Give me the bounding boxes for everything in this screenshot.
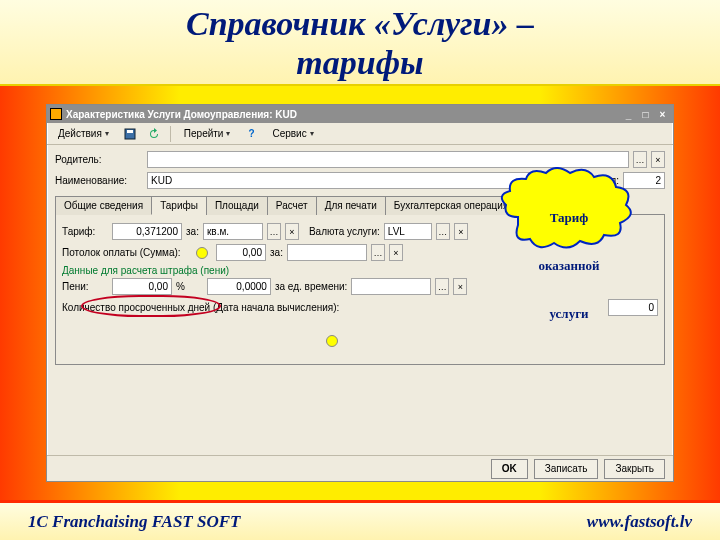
slide-title-line2: тарифы — [0, 43, 720, 82]
help-icon: ? — [248, 128, 254, 139]
currency-clear[interactable]: × — [454, 223, 468, 240]
tariff-label: Тариф: — [62, 226, 108, 237]
refresh-icon — [148, 128, 160, 140]
service-menu[interactable]: Сервис ▾ — [265, 125, 320, 143]
go-menu[interactable]: Перейти ▾ — [177, 125, 238, 143]
toolbar-refresh-icon[interactable] — [144, 125, 164, 143]
callout-tariff: Тариф оказанной услуги — [504, 175, 634, 322]
percent-sign: % — [176, 281, 185, 292]
peni-timeunit-lookup[interactable]: … — [435, 278, 449, 295]
ceiling-unit-field[interactable] — [287, 244, 367, 261]
peni-percent-field[interactable] — [112, 278, 172, 295]
annotation-dot — [326, 335, 338, 347]
peni-amount-field[interactable] — [207, 278, 271, 295]
tariff-unit-lookup[interactable]: … — [267, 223, 281, 240]
ceiling-marker-icon — [196, 247, 208, 259]
parent-lookup-button[interactable]: … — [633, 151, 647, 168]
app-window: Характеристика Услуги Домоуправления: KU… — [46, 104, 674, 482]
slide-footer: 1C Franchaising FAST SOFT www.fastsoft.l… — [0, 500, 720, 540]
tariff-field[interactable] — [112, 223, 182, 240]
save-button[interactable]: Записать — [534, 459, 599, 479]
peni-label: Пени: — [62, 281, 108, 292]
peni-timeunit-clear[interactable]: × — [453, 278, 467, 295]
footer-right: www.fastsoft.lv — [587, 512, 692, 532]
close-button[interactable]: × — [655, 108, 670, 121]
tariff-per-label: за: — [186, 226, 199, 237]
ceiling-per-label: за: — [270, 247, 283, 258]
highlight-oval — [81, 295, 221, 317]
minimize-button[interactable]: _ — [621, 108, 636, 121]
tab-tariffs[interactable]: Тарифы — [151, 196, 207, 215]
tab-calc[interactable]: Расчет — [267, 196, 317, 215]
tariff-unit-clear[interactable]: × — [285, 223, 299, 240]
currency-lookup[interactable]: … — [436, 223, 450, 240]
toolbar-help-icon[interactable]: ? — [241, 125, 261, 143]
ceiling-label: Потолок оплаты (Сумма): — [62, 247, 192, 258]
slide-title-line1: Справочник «Услуги» – — [0, 4, 720, 43]
save-icon — [124, 128, 136, 140]
form-body: Родитель: … × Наименование: Код: Общие с… — [47, 145, 673, 369]
close-window-button[interactable]: Закрыть — [604, 459, 665, 479]
chevron-down-icon: ▾ — [310, 129, 314, 138]
parent-field[interactable] — [147, 151, 629, 168]
titlebar: Характеристика Услуги Домоуправления: KU… — [47, 105, 673, 123]
parent-clear-button[interactable]: × — [651, 151, 665, 168]
toolbar: Действия ▾ Перейти ▾ ? Сервис ▾ — [47, 123, 673, 145]
tab-content: Тариф: за: … × Валюта услуги: … × Потоло… — [55, 215, 665, 365]
chevron-down-icon: ▾ — [105, 129, 109, 138]
chevron-down-icon: ▾ — [226, 129, 230, 138]
toolbar-save-icon[interactable] — [120, 125, 140, 143]
actions-menu[interactable]: Действия ▾ — [51, 125, 116, 143]
window-footer: OK Записать Закрыть — [47, 455, 673, 481]
peni-per-label: за ед. времени: — [275, 281, 347, 292]
parent-label: Родитель: — [55, 154, 143, 165]
window-title: Характеристика Услуги Домоуправления: KU… — [66, 109, 297, 120]
footer-left: 1C Franchaising FAST SOFT — [28, 512, 240, 532]
ceiling-unit-clear[interactable]: × — [389, 244, 403, 261]
tab-areas[interactable]: Площади — [206, 196, 268, 215]
name-label: Наименование: — [55, 175, 143, 186]
maximize-button[interactable]: □ — [638, 108, 653, 121]
currency-label: Валюта услуги: — [309, 226, 380, 237]
ceiling-unit-lookup[interactable]: … — [371, 244, 385, 261]
tab-general[interactable]: Общие сведения — [55, 196, 152, 215]
tariff-unit-field[interactable] — [203, 223, 263, 240]
slide-title: Справочник «Услуги» – тарифы — [0, 0, 720, 86]
ok-button[interactable]: OK — [491, 459, 528, 479]
app-icon — [50, 108, 62, 120]
svg-rect-1 — [127, 130, 133, 133]
tab-print[interactable]: Для печати — [316, 196, 386, 215]
peni-timeunit-field[interactable] — [351, 278, 431, 295]
ceiling-value-field[interactable] — [216, 244, 266, 261]
currency-field[interactable] — [384, 223, 432, 240]
